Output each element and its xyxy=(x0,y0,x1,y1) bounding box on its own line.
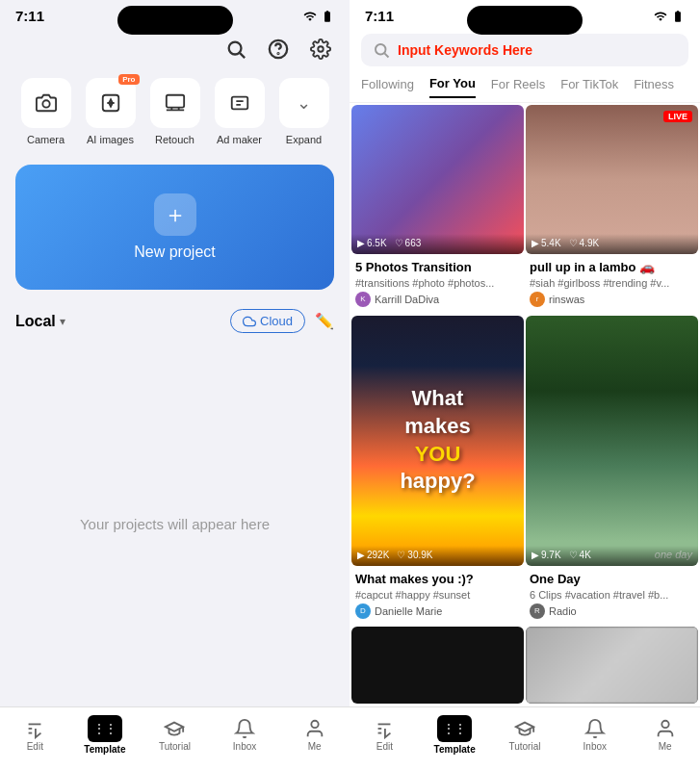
new-project-button[interactable]: ＋ New project xyxy=(15,165,334,290)
sunset-overlay-text: WhatmakesYOUhappy? xyxy=(400,385,475,495)
svg-line-14 xyxy=(384,53,388,57)
nav-me-label-right: Me xyxy=(659,741,672,752)
svg-point-3 xyxy=(278,53,279,54)
status-bar-left: 7:11 xyxy=(0,0,350,28)
card-author-1: K Karrill DaDiva xyxy=(355,292,520,307)
nav-tutorial-right[interactable]: Tutorial xyxy=(501,718,549,752)
tool-ai-label: AI images xyxy=(87,134,134,145)
card-title-3: What makes you :)? xyxy=(355,572,520,588)
nav-edit-label-left: Edit xyxy=(27,741,43,752)
card-author-2: r rinswas xyxy=(530,292,694,307)
card-info-2: pull up in a lambo 🚗 #siah #girlboss #tr… xyxy=(526,256,698,313)
likes-4: 4K xyxy=(580,550,591,560)
tab-for-tiktok[interactable]: For TikTok xyxy=(560,77,618,97)
nav-template-left[interactable]: ⋮⋮ Template xyxy=(81,715,129,755)
status-time-right: 7:11 xyxy=(365,8,394,24)
card-stats-4: ▶9.7K ♡4K xyxy=(531,550,692,560)
video-card-6[interactable] xyxy=(526,627,698,704)
tab-for-reels[interactable]: For Reels xyxy=(491,77,545,97)
video-card-1[interactable]: ▶6.5K ♡663 xyxy=(351,105,524,254)
author-avatar-2: r xyxy=(530,292,545,307)
tab-fitness[interactable]: Fitness xyxy=(634,77,674,97)
card-stats-3: ▶292K ♡30.9K xyxy=(357,550,518,560)
nav-edit-label-right: Edit xyxy=(376,741,393,752)
nav-inbox-label-right: Inbox xyxy=(583,741,607,752)
svg-point-0 xyxy=(229,42,242,55)
settings-button[interactable] xyxy=(307,36,334,63)
tool-camera-label: Camera xyxy=(27,134,65,145)
card-author-3: D Danielle Marie xyxy=(355,603,520,619)
tab-following[interactable]: Following xyxy=(361,77,414,97)
nav-inbox-left[interactable]: Inbox xyxy=(220,718,269,752)
tool-expand-icon-wrap: ⌄ xyxy=(279,78,329,128)
video-card-3[interactable]: WhatmakesYOUhappy? ▶292K ♡30.9K xyxy=(351,316,524,566)
nav-edit-right[interactable]: Edit xyxy=(360,718,408,752)
nav-inbox-label-left: Inbox xyxy=(233,741,256,752)
likes-1: 663 xyxy=(405,238,422,248)
content-grid: ▶6.5K ♡663 5 Photos Transition #transiti… xyxy=(350,103,700,706)
video-card-4[interactable]: one day ▶9.7K ♡4K xyxy=(526,316,698,566)
bottom-nav-right: Edit ⋮⋮ Template Tutorial Inbox Me xyxy=(350,706,700,770)
tool-retouch[interactable]: Retouch xyxy=(144,78,205,145)
tool-expand[interactable]: ⌄ Expand xyxy=(273,78,334,145)
help-button[interactable] xyxy=(265,36,292,63)
expand-chevron-icon: ⌄ xyxy=(297,92,311,114)
nav-tutorial-left[interactable]: Tutorial xyxy=(150,718,198,752)
nav-me-left[interactable]: Me xyxy=(291,718,339,752)
search-bar[interactable]: Input Keywords Here xyxy=(361,34,688,66)
likes-2: 4.9K xyxy=(580,238,600,248)
local-text: Local xyxy=(15,313,56,330)
views-2: 5.4K xyxy=(541,238,561,248)
nav-inbox-right[interactable]: Inbox xyxy=(571,718,619,752)
status-time-left: 7:11 xyxy=(15,8,44,24)
tool-admaker[interactable]: Ad maker xyxy=(209,78,270,145)
card-title-4: One Day xyxy=(530,572,694,588)
dynamic-island-right xyxy=(467,6,583,35)
nav-template-label-right: Template xyxy=(434,744,476,755)
right-panel: 7:11 Input Keywords Here Following For Y… xyxy=(350,0,700,770)
tool-camera[interactable]: Camera xyxy=(15,78,76,145)
cloud-button[interactable]: Cloud xyxy=(230,309,305,333)
tool-ai-images[interactable]: Pro AI images xyxy=(80,78,141,145)
svg-point-12 xyxy=(311,721,318,728)
tool-expand-label: Expand xyxy=(286,134,322,145)
tool-retouch-icon-wrap xyxy=(150,78,200,128)
card-stats-2: ▶5.4K ♡4.9K xyxy=(531,238,692,248)
likes-3: 30.9K xyxy=(407,550,432,560)
cloud-label: Cloud xyxy=(260,314,293,328)
svg-rect-8 xyxy=(231,97,247,110)
empty-state-text: Your projects will appear here xyxy=(80,516,270,532)
author-name-2: rinswas xyxy=(549,294,584,305)
card-info-3: What makes you :)? #capcut #happy #sunse… xyxy=(351,568,524,625)
author-name-4: Radio xyxy=(549,605,577,617)
video-card-2[interactable]: LIVE ▶5.4K ♡4.9K xyxy=(526,105,698,254)
local-selector[interactable]: Local ▾ xyxy=(15,313,65,330)
nav-me-right[interactable]: Me xyxy=(641,718,689,752)
card-overlay-3: ▶292K ♡30.9K xyxy=(351,546,524,566)
empty-state: Your projects will appear here xyxy=(0,341,350,706)
tool-retouch-label: Retouch xyxy=(155,134,194,145)
pro-badge: Pro xyxy=(118,74,139,85)
author-avatar-1: K xyxy=(355,292,371,307)
nav-edit-left[interactable]: Edit xyxy=(11,718,59,752)
card-tags-2: #siah #girlboss #trending #v... xyxy=(530,277,694,289)
tool-camera-icon-wrap xyxy=(21,78,71,128)
video-card-5[interactable] xyxy=(351,627,524,704)
nav-template-right[interactable]: ⋮⋮ Template xyxy=(430,715,479,755)
edit-icon[interactable]: ✏️ xyxy=(315,312,334,330)
left-panel: 7:11 Camera xyxy=(0,0,350,770)
card-author-4: R Radio xyxy=(530,603,694,619)
search-button-left[interactable] xyxy=(222,36,249,63)
author-name-3: Danielle Marie xyxy=(375,605,442,617)
local-header: Local ▾ Cloud ✏️ xyxy=(0,301,350,341)
tool-admaker-label: Ad maker xyxy=(217,134,262,145)
template-icon-right: ⋮⋮ xyxy=(437,715,472,742)
tab-for-you[interactable]: For You xyxy=(429,76,476,98)
views-3: 292K xyxy=(367,550,389,560)
tool-ai-icon-wrap: Pro xyxy=(86,78,136,128)
local-chevron-icon: ▾ xyxy=(60,315,65,328)
nav-tutorial-label-left: Tutorial xyxy=(159,741,191,752)
author-avatar-3: D xyxy=(355,603,371,619)
live-badge-2: LIVE xyxy=(663,111,692,122)
search-placeholder: Input Keywords Here xyxy=(398,42,532,58)
